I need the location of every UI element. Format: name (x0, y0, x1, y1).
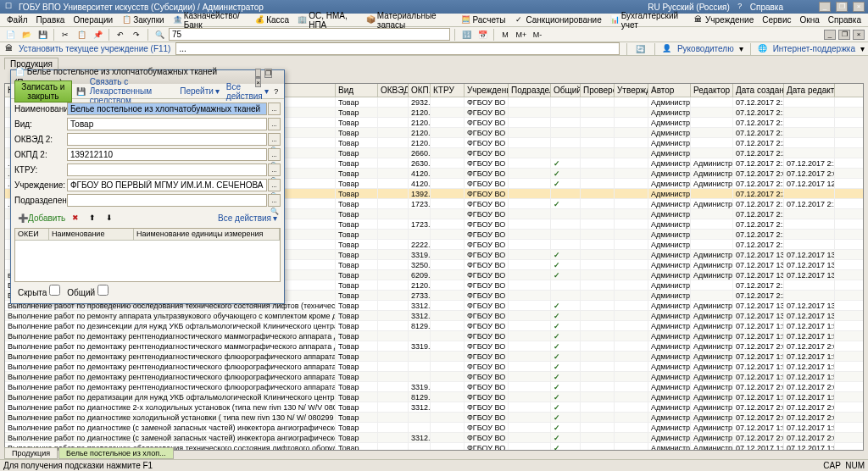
table-row[interactable]: Выполнение работ по ремонту аппарата уль… (5, 311, 863, 321)
table-row[interactable]: Выполнение работ по демонтажу рентгеноди… (5, 341, 863, 352)
up-icon[interactable]: ⬆ (86, 211, 99, 224)
col-red[interactable]: Редактор (691, 84, 733, 97)
mdi-restore[interactable]: ❐ (838, 30, 850, 40)
new-doc-icon[interactable]: 📄 (3, 28, 17, 42)
table-row[interactable]: Выполнение работ по демонтажу рентгеноди… (5, 352, 863, 362)
find-icon[interactable]: 🔍 (153, 28, 166, 42)
close-button[interactable]: × (853, 2, 865, 12)
minimize-button[interactable]: _ (819, 2, 831, 12)
open-icon[interactable]: 📂 (19, 28, 33, 42)
sub-col-unit[interactable]: Наименование единицы измерения (134, 229, 280, 240)
paste-icon[interactable]: 📌 (91, 28, 104, 42)
okpd-lookup-button[interactable]: ...🔍 (268, 148, 281, 161)
name-input[interactable] (67, 103, 267, 115)
manager-link[interactable]: Руководителю (677, 44, 734, 53)
restore-button[interactable]: ❐ (836, 2, 848, 12)
copy-icon[interactable]: 📋 (75, 28, 88, 42)
table-row[interactable]: Выполнение работ по демонтажу рентгеноди… (5, 331, 863, 341)
cut-icon[interactable]: ✂ (58, 28, 72, 42)
name-lookup-button[interactable]: ... (268, 103, 281, 115)
m-minus-icon[interactable]: M- (531, 28, 544, 42)
table-row[interactable]: Выполнение работ по демонтажу рентгеноди… (5, 382, 863, 392)
table-row[interactable]: Выполнение работ по диагностике 2-х холо… (5, 402, 863, 413)
delete-icon[interactable]: ✖ (69, 211, 82, 224)
help-icon[interactable]: ? (735, 2, 745, 12)
menu-calc[interactable]: 🧮Расчеты (457, 14, 509, 26)
table-row[interactable]: Выполнение работ по демонтажу рентгеноди… (5, 372, 863, 382)
menu-zakupki[interactable]: 📋Закупки (118, 14, 167, 26)
m-icon[interactable]: M (498, 28, 512, 42)
table-row[interactable]: Выполнение работ по дезинсекции для нужд… (5, 321, 863, 331)
zoom-input[interactable] (169, 28, 450, 41)
podr-lookup-button[interactable]: ...🔍 (268, 194, 281, 207)
save-icon[interactable]: 💾 (75, 85, 86, 98)
col-ktru[interactable]: КТРУ (431, 84, 465, 97)
goto-link[interactable]: Перейти▾ (180, 86, 220, 96)
mdi-minimize[interactable]: _ (824, 30, 836, 40)
dialog-maximize[interactable]: ❐ (264, 69, 272, 78)
col-okpd[interactable]: ОКП... (409, 84, 431, 97)
undo-icon[interactable]: ↶ (114, 28, 127, 42)
mdi-close[interactable]: × (853, 30, 865, 40)
menu-help[interactable]: Справка (825, 14, 865, 25)
menu-materials[interactable]: 📦Материальные запасы (363, 10, 456, 30)
skryta-check[interactable]: Скрыта (18, 285, 60, 297)
menu-accounting[interactable]: 📊Бухгалтерский учет (607, 10, 688, 30)
menu-windows[interactable]: Окна (797, 14, 823, 25)
refresh-icon[interactable]: 🔄 (634, 42, 648, 56)
all-actions-link[interactable]: Все действия▾ (226, 82, 269, 101)
dialog-minimize[interactable]: _ (255, 69, 260, 78)
org-quick-input[interactable] (175, 42, 619, 55)
menu-service[interactable]: Сервис (759, 14, 794, 25)
col-sozd[interactable]: Дата создания (733, 84, 784, 97)
col-prov[interactable]: Проверен (581, 84, 615, 97)
table-row[interactable]: Выполнение работ по дератизации для нужд… (5, 392, 863, 402)
sub-col-okei[interactable]: ОКЕИ (15, 229, 49, 240)
menu-sanction[interactable]: ✓Санкционирование (510, 14, 604, 26)
add-link[interactable]: ➕Добавить (18, 213, 65, 223)
col-podr[interactable]: Подразделение (509, 84, 551, 97)
link-meds[interactable]: Связать с Лекарственным средством (90, 77, 176, 105)
tab-current[interactable]: Белье постельное из хлоп... (58, 447, 173, 459)
menu-org[interactable]: 🏛Учреждение (690, 14, 757, 26)
help-link[interactable]: Справка (750, 3, 783, 12)
uchr-input[interactable] (67, 179, 267, 191)
vid-input[interactable] (67, 118, 267, 130)
okvd-lookup-button[interactable]: ...🔍 (268, 133, 281, 146)
redo-icon[interactable]: ↷ (130, 28, 143, 42)
menu-file[interactable]: Файл (3, 14, 31, 25)
tab-products[interactable]: Продукция (4, 447, 58, 459)
col-utv[interactable]: Утвержден (615, 84, 648, 97)
all-actions2-link[interactable]: Все действия▾ (218, 213, 277, 223)
sub-col-name[interactable]: Наименование (49, 229, 134, 240)
menu-os[interactable]: 🏢ОС, НМА, НПА (294, 10, 361, 30)
sub-grid[interactable]: ОКЕИ Наименование Наименование единицы и… (14, 228, 281, 282)
col-obsh[interactable]: Общий (551, 84, 581, 97)
table-row[interactable]: Выполнение работ по диагностике (с замен… (5, 433, 863, 443)
calendar-icon[interactable]: 📅 (476, 28, 489, 42)
menu-ops[interactable]: Операции (70, 14, 116, 25)
table-row[interactable]: Выполнение работ по диагностике (с замен… (5, 423, 863, 433)
help-icon[interactable]: ? (272, 85, 281, 98)
save-close-button[interactable]: Записать и закрыть (14, 80, 72, 103)
podr-input[interactable] (67, 194, 267, 207)
okpd-input[interactable] (67, 148, 267, 161)
table-row[interactable]: Выполнение работ по диагностике холодиль… (5, 413, 863, 423)
vid-lookup-button[interactable]: ... (268, 118, 281, 130)
m-plus-icon[interactable]: M+ (515, 28, 528, 42)
ktru-input[interactable] (67, 163, 267, 176)
menu-edit[interactable]: Правка (33, 14, 69, 25)
set-org-link[interactable]: Установить текущее учреждение (F11) (19, 44, 170, 53)
okvd-input[interactable] (67, 133, 267, 146)
col-redt[interactable]: Дата редактирования (784, 84, 835, 97)
ktru-lookup-button[interactable]: ...🔍 (268, 163, 281, 176)
uchr-lookup-button[interactable]: ...🔍 (268, 179, 281, 191)
col-author[interactable]: Автор (648, 84, 691, 97)
menu-treasury[interactable]: 🏦Казначейство/Банк (170, 10, 250, 30)
calc-icon[interactable]: 🔢 (459, 28, 473, 42)
col-okvd[interactable]: ОКВЭД 2 (378, 84, 409, 97)
internet-link[interactable]: Интернет-поддержка (773, 44, 855, 53)
save-icon[interactable]: 💾 (36, 28, 49, 42)
down-icon[interactable]: ⬇ (103, 211, 116, 224)
col-uchr[interactable]: Учреждение (465, 84, 509, 97)
